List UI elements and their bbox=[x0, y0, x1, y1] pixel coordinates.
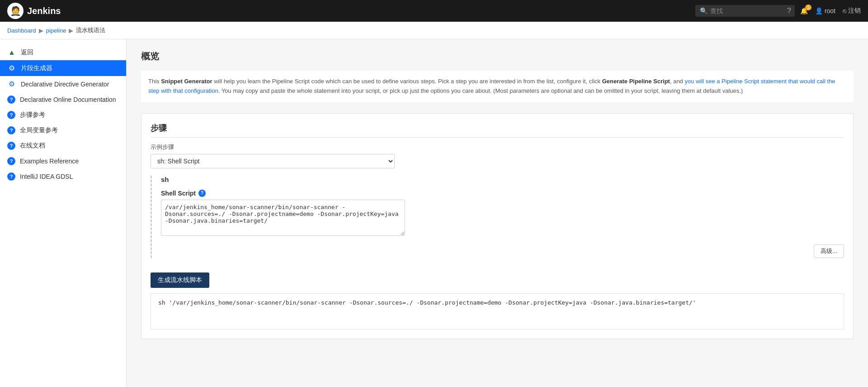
breadcrumb-current: 流水线语法 bbox=[76, 26, 105, 34]
overview-text-1: This bbox=[148, 78, 161, 85]
search-bar: 🔍 ? bbox=[695, 5, 795, 17]
sidebar-item-online-docs-label: 在线文档 bbox=[20, 142, 45, 150]
sidebar-item-declarative-label: Declarative Directive Generator bbox=[21, 81, 109, 88]
declarative-directive-icon: ⚙ bbox=[7, 80, 16, 88]
main-content: 概览 This Snippet Generator will help you … bbox=[127, 39, 868, 387]
sidebar-item-online-docs[interactable]: ? 在线文档 bbox=[0, 138, 126, 153]
breadcrumb-pipeline[interactable]: pipeline bbox=[46, 27, 66, 34]
logo: 🤵 Jenkins bbox=[7, 3, 61, 19]
breadcrumb-dashboard[interactable]: Dashboard bbox=[7, 27, 36, 34]
back-icon: ▲ bbox=[7, 48, 16, 57]
example-steps-label: 示例步骤 bbox=[151, 143, 844, 151]
shell-script-help-icon[interactable]: ? bbox=[198, 190, 206, 197]
sidebar-item-global-var-label: 全局变量参考 bbox=[20, 126, 58, 134]
shell-script-group: Shell Script ? /var/jenkins_home/sonar-s… bbox=[161, 190, 844, 237]
steps-reference-icon: ? bbox=[7, 111, 15, 119]
advanced-btn-container: 高级... bbox=[600, 244, 844, 258]
output-section: sh '/var/jenkins_home/sonar-scanner/bin/… bbox=[151, 293, 844, 330]
generate-pipeline-label: Generate Pipeline Script bbox=[602, 78, 670, 85]
breadcrumb-sep-1: ▶ bbox=[39, 27, 43, 34]
notification-bell[interactable]: 🔔 1 bbox=[800, 7, 808, 14]
step-select[interactable]: sh: Shell Script bat: Windows Batch Scri… bbox=[151, 154, 395, 168]
sidebar-item-intellij-label: IntelliJ IDEA GDSL bbox=[20, 173, 73, 180]
user-icon: 👤 bbox=[815, 7, 823, 14]
app-title: Jenkins bbox=[27, 6, 61, 16]
sidebar-item-back-label: 返回 bbox=[21, 48, 33, 57]
page-layout: ▲ 返回 ⚙ 片段生成器 ⚙ Declarative Directive Gen… bbox=[0, 39, 868, 387]
snippet-generator-label: Snippet Generator bbox=[161, 78, 212, 85]
sidebar-item-back[interactable]: ▲ 返回 bbox=[0, 45, 126, 60]
examples-reference-icon: ? bbox=[7, 157, 15, 165]
sidebar: ▲ 返回 ⚙ 片段生成器 ⚙ Declarative Directive Gen… bbox=[0, 39, 127, 387]
overview-text-2: will help you learn the Pipeline Script … bbox=[212, 78, 602, 85]
overview-title: 概览 bbox=[141, 50, 854, 65]
breadcrumb-sep-2: ▶ bbox=[69, 27, 73, 34]
generate-pipeline-button[interactable]: 生成流水线脚本 bbox=[151, 272, 209, 288]
topbar: 🤵 Jenkins 🔍 ? 🔔 1 👤 root ⎋ 注销 bbox=[0, 0, 868, 22]
sidebar-item-declarative-docs[interactable]: ? Declarative Online Documentation bbox=[0, 92, 126, 107]
logout-icon: ⎋ bbox=[843, 7, 846, 14]
search-help-icon[interactable]: ? bbox=[787, 7, 791, 15]
shell-script-label: Shell Script bbox=[161, 190, 196, 197]
shell-script-field-label: Shell Script ? bbox=[161, 190, 844, 197]
sidebar-item-snippet-generator[interactable]: ⚙ 片段生成器 bbox=[0, 60, 126, 76]
sidebar-item-declarative-docs-label: Declarative Online Documentation bbox=[20, 96, 116, 103]
user-label: root bbox=[825, 7, 835, 14]
jenkins-icon: 🤵 bbox=[7, 3, 24, 19]
logout-label: 注销 bbox=[848, 7, 861, 15]
sidebar-item-steps-label: 步骤参考 bbox=[20, 111, 45, 119]
global-var-icon: ? bbox=[7, 126, 15, 134]
notification-badge: 1 bbox=[805, 5, 811, 10]
overview-text-3: , and bbox=[670, 78, 685, 85]
output-text: sh '/var/jenkins_home/sonar-scanner/bin/… bbox=[158, 299, 836, 306]
steps-title: 步骤 bbox=[151, 123, 844, 138]
shell-script-textarea[interactable]: /var/jenkins_home/sonar-scanner/bin/sona… bbox=[161, 200, 405, 236]
search-input[interactable] bbox=[710, 7, 783, 14]
user-menu[interactable]: 👤 root bbox=[815, 7, 835, 14]
online-docs-icon: ? bbox=[7, 142, 15, 150]
declarative-docs-icon: ? bbox=[7, 96, 15, 104]
logout-button[interactable]: ⎋ 注销 bbox=[843, 7, 861, 15]
intellij-gdsl-icon: ? bbox=[7, 172, 15, 181]
advanced-button[interactable]: 高级... bbox=[814, 244, 844, 258]
breadcrumb: Dashboard ▶ pipeline ▶ 流水线语法 bbox=[0, 22, 868, 39]
example-steps-group: 示例步骤 sh: Shell Script bat: Windows Batch… bbox=[151, 143, 844, 168]
topbar-actions: 🔔 1 👤 root ⎋ 注销 bbox=[800, 7, 861, 15]
sidebar-item-declarative-directive[interactable]: ⚙ Declarative Directive Generator bbox=[0, 76, 126, 92]
sidebar-item-intellij-gdsl[interactable]: ? IntelliJ IDEA GDSL bbox=[0, 169, 126, 184]
steps-section: 步骤 示例步骤 sh: Shell Script bat: Windows Ba… bbox=[141, 113, 854, 339]
sidebar-item-examples-reference[interactable]: ? Examples Reference bbox=[0, 153, 126, 169]
sidebar-item-global-var[interactable]: ? 全局变量参考 bbox=[0, 123, 126, 138]
sidebar-item-steps-reference[interactable]: ? 步骤参考 bbox=[0, 107, 126, 123]
step-config: sh Shell Script ? /var/jenkins_home/sona… bbox=[151, 176, 844, 258]
snippet-generator-icon: ⚙ bbox=[7, 64, 16, 72]
overview-text-4: You may copy and paste the whole stateme… bbox=[220, 87, 743, 94]
sidebar-item-examples-label: Examples Reference bbox=[20, 158, 79, 165]
search-icon: 🔍 bbox=[700, 7, 708, 14]
step-config-title: sh bbox=[161, 176, 844, 183]
overview-description: This Snippet Generator will help you lea… bbox=[141, 71, 854, 102]
sidebar-item-snippet-label: 片段生成器 bbox=[21, 64, 52, 72]
